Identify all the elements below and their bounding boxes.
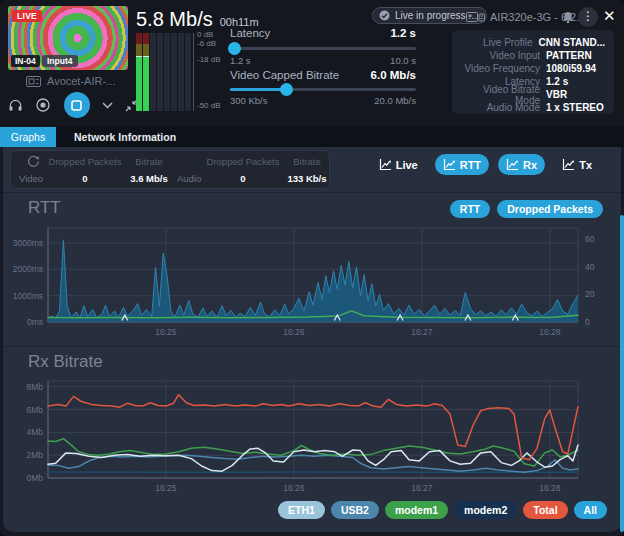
stats-video-bitrate: 3.6 Mb/s: [130, 173, 168, 184]
svg-text:16:25: 16:25: [155, 327, 177, 337]
legend-all[interactable]: All: [574, 501, 607, 519]
info-label: Video Input: [458, 50, 540, 61]
meter-scale-18db: -18 dB: [197, 55, 221, 64]
svg-text:4Mb: 4Mb: [26, 427, 43, 437]
svg-text:60: 60: [585, 234, 595, 244]
info-row: Video Frequency1080i59.94: [458, 62, 605, 75]
tab-bar: Graphs Network Information: [0, 127, 624, 147]
svg-text:1000ms: 1000ms: [13, 291, 43, 301]
meter-bar: [164, 33, 170, 111]
line-chart-icon: [379, 158, 392, 171]
meter-scale-line: [193, 33, 194, 111]
info-label: Audio Mode: [458, 102, 540, 113]
latency-slider-track[interactable]: [230, 47, 416, 50]
view-button-tx[interactable]: Tx: [554, 154, 600, 175]
current-bitrate-value: 5.8 Mb/s: [136, 8, 213, 31]
stats-header-bitrate-audio: Bitrate: [293, 156, 320, 167]
svg-text:6Mb: 6Mb: [26, 405, 43, 415]
legend-modem2[interactable]: modem2: [454, 501, 517, 519]
refresh-icon[interactable]: [27, 155, 40, 168]
view-button-label: Rx: [523, 159, 537, 171]
meter-bar: [136, 33, 142, 111]
stats-header-dropped-audio: Dropped Packets: [207, 156, 280, 167]
svg-text:16:25: 16:25: [155, 483, 177, 493]
svg-text:40: 40: [585, 262, 595, 272]
tab-network-information[interactable]: Network Information: [62, 127, 188, 147]
chevron-down-icon[interactable]: [102, 102, 113, 109]
transmitter-icon: [466, 11, 485, 23]
info-value: VBR: [546, 89, 567, 100]
view-button-rx[interactable]: Rx: [498, 154, 545, 175]
latency-slider-handle[interactable]: [228, 42, 241, 55]
rtt-chart-buttons: RTT Dropped Packets: [450, 200, 603, 218]
device-name-label: Avocet-AIR-...: [47, 75, 115, 87]
dropped-packets-metric-button[interactable]: Dropped Packets: [497, 200, 603, 218]
meter-bar: [143, 33, 149, 111]
input-id-badge: IN-04: [11, 55, 40, 67]
device-row: Avocet-AIR-...: [26, 75, 115, 87]
info-row: Audio Mode1 x STEREO: [458, 101, 605, 114]
svg-text:0ms: 0ms: [27, 317, 43, 327]
latency-max-label: 10.0 s: [230, 55, 416, 66]
packet-stats-panel: Dropped Packets Bitrate Dropped Packets …: [10, 150, 330, 189]
check-circle-icon: [379, 10, 390, 21]
tab-graphs[interactable]: Graphs: [0, 127, 56, 147]
meter-bar: [157, 33, 163, 111]
info-value: CNN STAND...: [539, 37, 605, 48]
view-button-live[interactable]: Live: [371, 154, 426, 175]
video-preview-thumbnail[interactable]: LIVE IN-04 Input4: [8, 6, 128, 70]
info-row: Video Bitrate ModeVBR: [458, 88, 605, 101]
view-button-label: Live: [396, 159, 418, 171]
info-row: Live ProfileCNN STAND...: [458, 36, 605, 49]
legend-usb2[interactable]: USB2: [331, 501, 379, 519]
stats-header-dropped-video: Dropped Packets: [49, 156, 122, 167]
svg-text:2Mb: 2Mb: [26, 450, 43, 460]
interface-legend: ETH1 USB2 modem1 modem2 Total All: [278, 501, 607, 519]
capped-bitrate-max-label: 20.0 Mb/s: [230, 95, 416, 106]
preview-controls: [8, 92, 138, 118]
live-badge: LIVE: [12, 10, 42, 22]
stats-audio-dropped: 0: [240, 173, 245, 184]
svg-text:16:26: 16:26: [283, 327, 305, 337]
svg-text:2000ms: 2000ms: [13, 264, 43, 274]
rtt-section-title: RTT: [28, 198, 61, 218]
legend-eth1[interactable]: ETH1: [278, 501, 325, 519]
legend-modem1[interactable]: modem1: [385, 501, 448, 519]
capped-bitrate-slider-track[interactable]: [230, 88, 416, 91]
stats-video-label: Video: [19, 173, 43, 184]
menu-kebab-icon[interactable]: ⋮: [578, 7, 598, 27]
rx-bitrate-section-title: Rx Bitrate: [28, 352, 103, 372]
svg-text:3000ms: 3000ms: [13, 238, 43, 248]
view-button-rtt[interactable]: RTT: [435, 154, 489, 175]
stats-header-bitrate-video: Bitrate: [135, 156, 162, 167]
info-value: PATTERN: [546, 50, 592, 61]
encoder-icon: [26, 76, 41, 87]
meter-scale-0db: 0 dB: [197, 30, 213, 39]
line-chart-icon: [443, 158, 456, 171]
record-icon[interactable]: [35, 97, 51, 113]
svg-text:8Mb: 8Mb: [26, 382, 43, 392]
rtt-metric-button[interactable]: RTT: [450, 200, 490, 218]
svg-text:0: 0: [585, 317, 590, 327]
info-row: Video InputPATTERN: [458, 49, 605, 62]
input-name-badge: Input4: [42, 55, 78, 67]
stop-button[interactable]: [64, 92, 90, 118]
audio-level-meters: [136, 33, 192, 111]
live-status-text: Live in progress ...: [395, 10, 477, 21]
capped-bitrate-value: 6.0 Mb/s: [230, 69, 416, 81]
rtt-chart: 16:2516:2616:2716:280ms1000ms2000ms3000m…: [0, 222, 624, 338]
vertical-scrollbar-thumb[interactable]: [620, 215, 624, 532]
svg-text:0Mb: 0Mb: [26, 473, 43, 483]
meter-bar: [171, 33, 177, 111]
legend-total[interactable]: Total: [523, 501, 567, 519]
stats-audio-label: Audio: [177, 173, 201, 184]
svg-text:20: 20: [585, 289, 595, 299]
close-icon[interactable]: ✕: [603, 7, 616, 25]
header-panel: LIVE IN-04 Input4 Avocet-AIR-...: [0, 0, 624, 127]
meter-scale-50db: -50 dB: [197, 101, 221, 110]
svg-text:16:27: 16:27: [411, 327, 433, 337]
info-value: 1 x STEREO: [546, 102, 604, 113]
headphones-icon[interactable]: [8, 98, 23, 113]
capped-bitrate-slider-fill: [230, 88, 286, 91]
bell-icon[interactable]: [562, 11, 574, 24]
